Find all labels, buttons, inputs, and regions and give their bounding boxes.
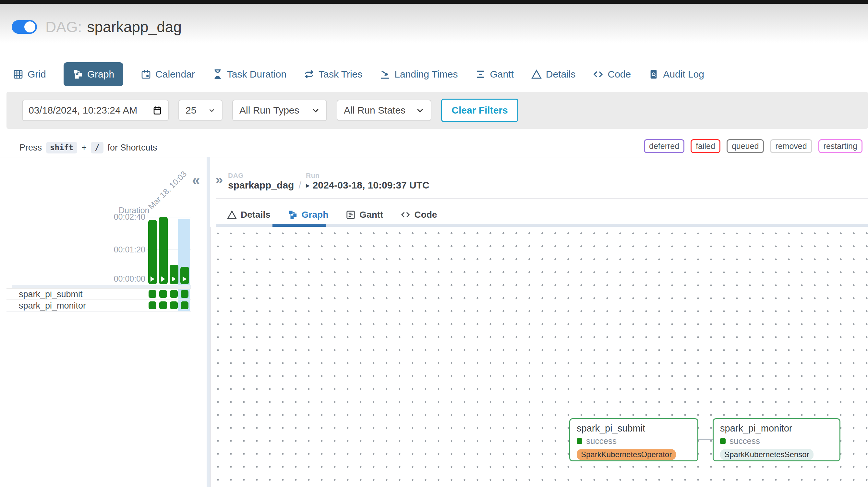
- task-state-label: success: [586, 436, 617, 446]
- legend-badge-queued[interactable]: queued: [726, 139, 764, 153]
- panel-resize-divider[interactable]: [207, 157, 210, 487]
- task-instance-square[interactable]: [170, 301, 178, 309]
- task-row-label-submit[interactable]: spark_pi_submit: [19, 290, 83, 300]
- tab-label: Code: [414, 210, 437, 220]
- run-tab-code[interactable]: Code: [401, 210, 437, 220]
- run-column-label: Mar 18, 10:03: [146, 169, 188, 211]
- state-legend: deferred failed queued removed restartin…: [644, 139, 868, 153]
- run-tab-details[interactable]: Details: [227, 210, 271, 220]
- task-instance-square[interactable]: [181, 301, 188, 309]
- tab-grid[interactable]: Grid: [13, 69, 46, 80]
- task-instance-square[interactable]: [181, 290, 188, 298]
- ytick-120: 00:01:20: [93, 245, 145, 254]
- task-edge: [699, 439, 713, 440]
- task-row-label-monitor[interactable]: spark_pi_monitor: [19, 301, 86, 311]
- date-input[interactable]: 03/18/2024, 10:23:24 AM: [22, 100, 169, 121]
- tab-code[interactable]: Code: [593, 69, 631, 80]
- shortcuts-hint: Press shift + / for Shortcuts: [20, 142, 157, 153]
- task-node-title: spark_pi_submit: [577, 423, 691, 434]
- breadcrumb-divider: [216, 198, 868, 199]
- gantt-icon: [475, 69, 486, 80]
- play-icon: [183, 276, 187, 282]
- run-types-value: All Run Types: [239, 105, 300, 116]
- slash-key: /: [91, 142, 103, 153]
- code-icon: [593, 69, 603, 80]
- ytick-240: 00:02:40: [93, 212, 145, 222]
- tab-calendar[interactable]: Calendar: [141, 69, 195, 80]
- tab-label: Details: [241, 210, 271, 220]
- calendar-picker-icon[interactable]: [152, 105, 162, 115]
- task-instance-square[interactable]: [149, 301, 156, 309]
- tab-label: Landing Times: [395, 69, 458, 80]
- run-tab-gantt[interactable]: Gantt: [346, 210, 383, 220]
- run-duration-bar-1[interactable]: [148, 220, 157, 284]
- task-node-spark-pi-monitor[interactable]: spark_pi_monitor success SparkKubernetes…: [713, 418, 840, 461]
- dag-nav-tabs: Grid Graph Calendar Task Duration Task T…: [13, 62, 704, 86]
- run-duration-bar-3[interactable]: [169, 265, 178, 284]
- collapse-panel-button[interactable]: «: [192, 172, 200, 188]
- run-duration-bar-4[interactable]: [180, 267, 189, 284]
- task-node-title: spark_pi_monitor: [720, 423, 833, 434]
- page-title: DAG:sparkapp_dag: [45, 18, 182, 36]
- tab-label: Graph: [302, 210, 328, 220]
- task-node-status: success: [577, 436, 691, 446]
- task-instance-square[interactable]: [159, 301, 167, 309]
- tab-gantt[interactable]: Gantt: [475, 69, 514, 80]
- clear-filters-button[interactable]: Clear Filters: [441, 99, 518, 122]
- dag-pause-toggle[interactable]: [12, 20, 37, 34]
- legend-badge-removed[interactable]: removed: [770, 139, 812, 153]
- toggle-knob: [24, 22, 35, 32]
- duration-axis-line: [148, 208, 148, 217]
- chevron-down-icon: [416, 106, 424, 115]
- ytick-000: 00:00:00: [93, 274, 145, 283]
- legend-badge-restarting[interactable]: restarting: [818, 139, 863, 153]
- run-detail-tabs: Details Graph Gantt Code: [227, 210, 437, 220]
- tab-audit-log[interactable]: Audit Log: [648, 69, 704, 80]
- dag-graph-canvas[interactable]: spark_pi_submit success SparkKubernetesO…: [210, 227, 868, 487]
- run-states-value: All Run States: [344, 105, 405, 116]
- tab-task-tries[interactable]: Task Tries: [304, 69, 362, 80]
- retry-icon: [304, 69, 314, 80]
- tab-graph[interactable]: Graph: [64, 62, 123, 86]
- tab-label: Calendar: [155, 69, 195, 80]
- run-tab-graph[interactable]: Graph: [288, 210, 328, 220]
- dag-name: sparkapp_dag: [87, 18, 182, 36]
- details-icon: [531, 69, 542, 80]
- tab-label: Code: [608, 69, 631, 80]
- run-states-select[interactable]: All Run States: [337, 100, 431, 121]
- dag-prefix: DAG:: [45, 18, 82, 36]
- audit-log-icon: [648, 69, 659, 80]
- tab-label: Task Duration: [227, 69, 286, 80]
- task-node-spark-pi-submit[interactable]: spark_pi_submit success SparkKubernetesO…: [569, 418, 699, 461]
- tab-label: Details: [546, 69, 576, 80]
- breadcrumb-dag-value[interactable]: sparkapp_dag: [228, 180, 294, 191]
- success-state-icon: [577, 438, 582, 444]
- chevron-down-icon: [208, 107, 215, 114]
- tab-landing-times[interactable]: Landing Times: [380, 69, 458, 80]
- legend-badge-deferred[interactable]: deferred: [644, 139, 684, 153]
- breadcrumb-dag-label: DAG: [228, 172, 244, 179]
- task-instance-square[interactable]: [159, 290, 167, 298]
- details-icon: [227, 210, 237, 220]
- task-instance-square[interactable]: [149, 290, 156, 298]
- header-divider: [0, 157, 868, 157]
- legend-badge-failed[interactable]: failed: [690, 139, 720, 153]
- tab-label: Gantt: [360, 210, 383, 220]
- play-icon: [172, 276, 176, 282]
- expand-panel-button[interactable]: »: [215, 172, 223, 187]
- row-divider: [6, 311, 191, 311]
- breadcrumb-run[interactable]: ▸ 2024-03-18, 10:09:37 UTC: [306, 180, 430, 191]
- success-state-icon: [720, 438, 725, 444]
- top-window-bar: [0, 0, 868, 4]
- run-duration-bar-2[interactable]: [159, 217, 168, 284]
- page-size-select[interactable]: 25: [178, 100, 222, 121]
- run-marker-icon: ▸: [306, 181, 310, 190]
- task-node-status: success: [720, 436, 833, 446]
- run-types-select[interactable]: All Run Types: [232, 100, 327, 121]
- operator-badge: SparkKubernetesSensor: [720, 449, 813, 460]
- play-icon: [151, 276, 154, 282]
- tab-details[interactable]: Details: [531, 69, 576, 80]
- gantt-icon: [346, 210, 355, 220]
- task-instance-square[interactable]: [170, 290, 178, 298]
- tab-task-duration[interactable]: Task Duration: [213, 69, 286, 80]
